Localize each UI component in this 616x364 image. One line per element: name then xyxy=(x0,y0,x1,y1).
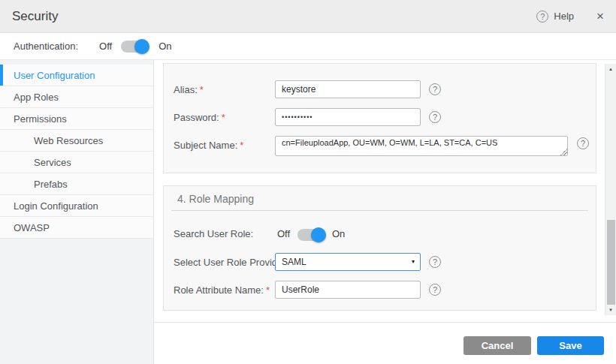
scroll-up-icon[interactable]: ▲ xyxy=(605,67,616,71)
role-attribute-help-icon[interactable]: ? xyxy=(429,284,441,296)
sidebar-item-prefabs[interactable]: Prefabs xyxy=(0,173,153,195)
sidebar: User Configuration App Roles Permissions… xyxy=(0,60,154,364)
role-attribute-input[interactable] xyxy=(275,281,421,299)
sidebar-item-user-configuration[interactable]: User Configuration xyxy=(0,65,153,86)
sidebar-item-permissions[interactable]: Permissions xyxy=(0,108,153,130)
footer-divider xyxy=(154,322,616,323)
content-area: Alias:* ? Password:* ? Subject Name:* cn… xyxy=(154,60,616,364)
security-dialog: Security ? Help × Authentication: Off On… xyxy=(0,0,616,364)
search-toggle-on-label: On xyxy=(332,228,345,239)
search-user-role-label: Search User Role: xyxy=(174,228,253,239)
authentication-label: Authentication: xyxy=(14,41,78,52)
scrollbar-thumb[interactable] xyxy=(607,220,615,305)
section-divider xyxy=(171,210,588,211)
password-help-icon[interactable]: ? xyxy=(429,111,441,123)
cancel-button[interactable]: Cancel xyxy=(464,336,531,355)
help-icon[interactable]: ? xyxy=(536,11,548,23)
password-input[interactable] xyxy=(275,108,421,126)
header: Security ? Help × xyxy=(0,0,616,33)
select-arrow-icon: ▾ xyxy=(412,254,415,270)
auth-toggle-on-label: On xyxy=(159,41,171,52)
role-mapping-title: 4. Role Mapping xyxy=(177,193,254,205)
alias-help-icon[interactable]: ? xyxy=(429,83,441,95)
provider-select-value: SAML xyxy=(282,257,306,267)
required-asterisk: * xyxy=(240,140,243,151)
help-button[interactable]: Help xyxy=(554,11,574,22)
password-label: Password:* xyxy=(174,112,225,123)
save-button[interactable]: Save xyxy=(537,336,604,355)
vertical-scrollbar[interactable]: ▲ ▼ xyxy=(605,64,616,315)
required-asterisk: * xyxy=(200,84,204,95)
role-attribute-label: Role Attribute Name:* xyxy=(174,284,270,296)
required-asterisk: * xyxy=(222,112,225,123)
sidebar-item-app-roles[interactable]: App Roles xyxy=(0,86,153,108)
auth-toggle-off-label: Off xyxy=(99,41,112,52)
authentication-toggle[interactable] xyxy=(121,41,148,53)
resize-grip-icon[interactable] xyxy=(560,149,567,155)
sidebar-item-web-resources[interactable]: Web Resources xyxy=(0,130,153,152)
search-user-role-toggle[interactable] xyxy=(297,229,325,241)
subject-name-textarea[interactable]: cn=FileuploadApp, OU=WM, O=WM, L=LA, ST=… xyxy=(275,136,568,156)
subject-name-label: Subject Name:* xyxy=(174,140,243,151)
provider-label: Select User Role Provider: xyxy=(174,257,288,268)
alias-label: Alias:* xyxy=(174,84,204,95)
alias-input[interactable] xyxy=(275,80,421,98)
scroll-down-icon[interactable]: ▼ xyxy=(605,308,616,312)
toggle-knob xyxy=(311,227,326,242)
search-toggle-off-label: Off xyxy=(277,228,290,239)
sidebar-item-owasp[interactable]: OWASP xyxy=(0,217,153,239)
provider-help-icon[interactable]: ? xyxy=(429,256,441,268)
page-title: Security xyxy=(12,9,58,24)
required-asterisk: * xyxy=(266,284,270,296)
sidebar-item-services[interactable]: Services xyxy=(0,152,153,173)
role-mapping-section: 4. Role Mapping Search User Role: Off On… xyxy=(163,185,596,311)
subject-name-help-icon[interactable]: ? xyxy=(577,137,589,149)
authentication-bar: Authentication: Off On xyxy=(0,33,616,60)
toggle-knob xyxy=(134,39,149,54)
provider-select[interactable]: SAML ▾ xyxy=(275,253,421,271)
close-icon[interactable]: × xyxy=(596,9,604,24)
keystore-section: Alias:* ? Password:* ? Subject Name:* cn… xyxy=(163,63,596,173)
sidebar-item-login-configuration[interactable]: Login Configuration xyxy=(0,195,153,217)
